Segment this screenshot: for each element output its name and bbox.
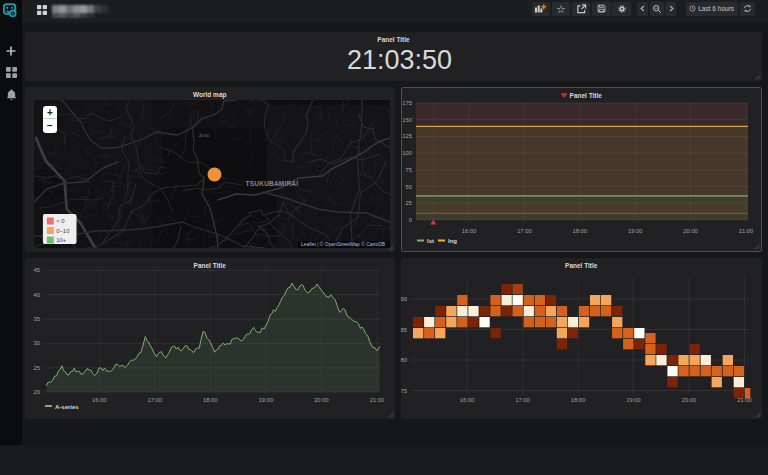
svg-text:Leaflet | © OpenStreetMap © Ca: Leaflet | © OpenStreetMap © CartoDB (301, 241, 386, 247)
svg-text:10+: 10+ (56, 237, 67, 243)
svg-text:Joso: Joso (198, 132, 209, 138)
svg-text:< 0: < 0 (56, 218, 65, 224)
svg-text:0–10: 0–10 (56, 228, 70, 234)
svg-text:TSUKUBAMIRAI: TSUKUBAMIRAI (246, 180, 299, 187)
